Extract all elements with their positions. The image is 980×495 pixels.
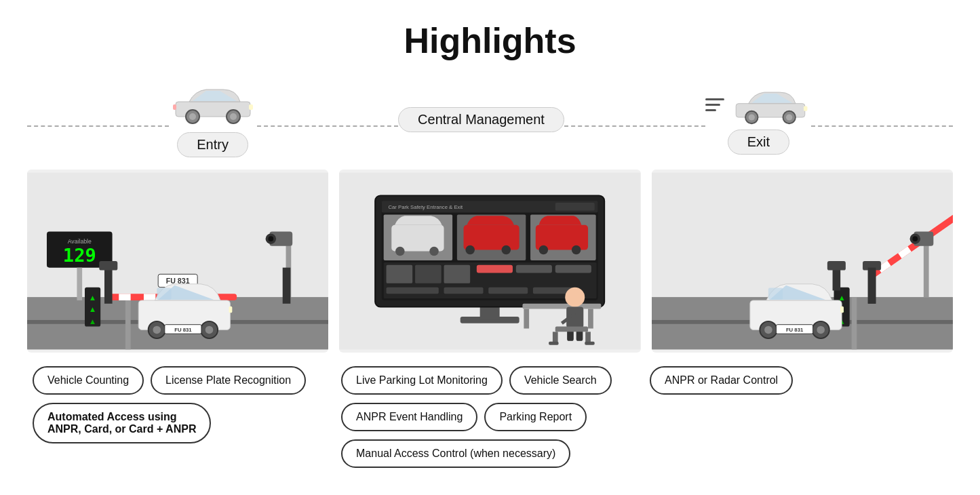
central-panel: Car Park Safety Entrance & Exit: [339, 170, 640, 353]
svg-rect-35: [157, 288, 171, 300]
svg-rect-12: [804, 106, 808, 111]
flow-node-exit: Exit: [705, 85, 811, 155]
svg-point-59: [395, 247, 405, 256]
entry-label: Entry: [177, 132, 248, 157]
features-row: Vehicle Counting License Plate Recogniti…: [27, 366, 953, 468]
svg-point-118: [764, 326, 772, 334]
svg-text:▲: ▲: [89, 317, 96, 325]
entry-panel: Available 129 ▲ ▲ ▲: [27, 170, 328, 353]
page-title: Highlights: [27, 14, 953, 61]
svg-rect-102: [832, 268, 840, 291]
feature-row-2-1: Live Parking Lot Monitoring Vehicle Sear…: [341, 366, 639, 395]
svg-text:FU 831: FU 831: [166, 277, 190, 285]
svg-rect-42: [229, 306, 233, 313]
svg-rect-116: [768, 288, 783, 300]
svg-point-37: [153, 326, 161, 334]
svg-point-120: [817, 326, 825, 334]
svg-text:Available: Available: [68, 238, 92, 245]
svg-text:FU 831: FU 831: [786, 327, 804, 333]
feature-row-2-2: ANPR Event Handling Parking Report: [341, 403, 639, 431]
right-dashes: [564, 125, 706, 127]
svg-text:▲: ▲: [89, 294, 96, 302]
svg-point-11: [787, 114, 793, 120]
svg-point-9: [749, 114, 755, 120]
svg-rect-97: [851, 297, 857, 349]
svg-text:▲: ▲: [89, 305, 96, 313]
left-dashes: [27, 125, 169, 127]
far-right-dashes: [811, 125, 953, 127]
svg-rect-73: [477, 265, 513, 273]
svg-rect-74: [516, 265, 552, 273]
svg-point-4: [230, 113, 237, 120]
svg-point-84: [566, 288, 585, 307]
feature-row-1-1: Vehicle Counting License Plate Recogniti…: [33, 366, 330, 395]
svg-point-113: [912, 236, 918, 241]
svg-point-46: [268, 236, 273, 241]
svg-rect-71: [415, 265, 442, 283]
badge-parking-report: Parking Report: [484, 403, 587, 431]
svg-rect-92: [549, 342, 558, 345]
entry-car-icon: [169, 81, 257, 128]
svg-rect-89: [555, 327, 588, 332]
svg-rect-83: [524, 309, 530, 329]
svg-text:Car Park Safety Entrance & Exi: Car Park Safety Entrance & Exit: [389, 204, 464, 210]
feature-col-2: Live Parking Lot Monitoring Vehicle Sear…: [336, 366, 644, 468]
svg-rect-47: [283, 268, 291, 304]
badge-lpr: License Plate Recognition: [151, 366, 306, 395]
svg-rect-20: [77, 268, 82, 300]
flow-row: Entry Central Management: [27, 81, 953, 157]
svg-rect-103: [827, 261, 846, 271]
badge-vehicle-search: Vehicle Search: [509, 366, 612, 395]
exit-panel: ▲ ▲ ▲: [652, 170, 953, 353]
svg-point-60: [430, 247, 439, 256]
svg-rect-77: [444, 288, 484, 294]
badge-anpr-radar: ANPR or Radar Control: [650, 366, 793, 395]
feature-row-1-2: Automated Access usingANPR, Card, or Car…: [33, 403, 330, 443]
svg-rect-78: [489, 288, 528, 294]
svg-rect-72: [444, 265, 471, 283]
svg-rect-123: [840, 306, 844, 313]
entry-illustration: Available 129 ▲ ▲ ▲: [27, 170, 328, 353]
svg-rect-75: [555, 265, 591, 273]
exit-illustration: ▲ ▲ ▲: [652, 170, 953, 353]
svg-rect-16: [125, 297, 131, 349]
svg-rect-76: [387, 288, 439, 294]
svg-point-68: [572, 245, 581, 255]
svg-point-67: [539, 245, 549, 255]
feature-col-3: ANPR or Radar Control: [644, 366, 953, 468]
svg-point-2: [189, 113, 196, 120]
exit-label: Exit: [728, 130, 789, 155]
svg-point-39: [205, 326, 214, 334]
svg-rect-70: [387, 265, 413, 283]
flow-node-central: Central Management: [398, 107, 564, 132]
svg-text:FU 831: FU 831: [174, 327, 192, 333]
badge-manual-access: Manual Access Control (when necessary): [341, 439, 570, 468]
badge-anpr-event: ANPR Event Handling: [341, 403, 477, 431]
flow-node-entry: Entry: [169, 81, 257, 157]
mid-dashes: [257, 125, 399, 127]
exit-car-icon: [705, 85, 811, 125]
svg-rect-6: [173, 104, 176, 110]
feature-row-2-3: Manual Access Control (when necessary): [341, 439, 639, 468]
central-illustration: Car Park Safety Entrance & Exit: [339, 170, 640, 353]
svg-rect-81: [523, 304, 602, 309]
badge-vehicle-counting: Vehicle Counting: [33, 366, 144, 395]
svg-rect-27: [144, 294, 155, 300]
central-label: Central Management: [398, 107, 564, 132]
svg-text:129: 129: [63, 245, 96, 266]
svg-rect-82: [588, 309, 593, 329]
svg-rect-114: [867, 268, 876, 304]
panels-row: Available 129 ▲ ▲ ▲: [27, 170, 953, 353]
svg-rect-30: [104, 268, 113, 304]
svg-rect-93: [585, 342, 595, 345]
svg-rect-26: [119, 294, 130, 300]
svg-rect-110: [924, 238, 929, 297]
svg-rect-55: [555, 203, 595, 211]
badge-live-parking: Live Parking Lot Monitoring: [341, 366, 503, 395]
feature-row-3-1: ANPR or Radar Control: [650, 366, 947, 395]
feature-col-1: Vehicle Counting License Plate Recogniti…: [27, 366, 336, 468]
badge-automated-access: Automated Access usingANPR, Card, or Car…: [33, 403, 211, 443]
svg-point-63: [466, 245, 475, 255]
svg-point-64: [502, 245, 511, 255]
svg-rect-5: [249, 104, 253, 110]
